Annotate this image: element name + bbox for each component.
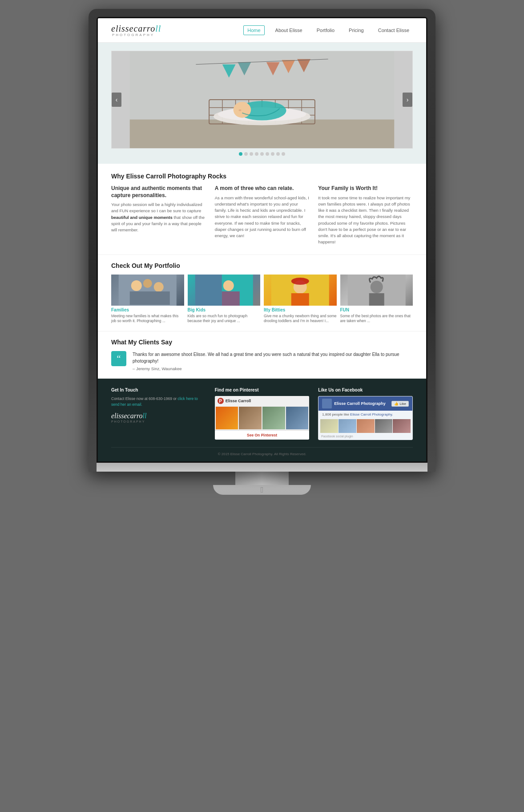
fb-photo-2 <box>339 419 356 433</box>
footer-col-2-title: Find me on Pinterest <box>215 388 310 392</box>
svg-rect-38 <box>369 293 384 306</box>
footer-logo-ll: ll <box>143 412 147 420</box>
footer-logo-sub: PHOTOGRAPHY <box>111 420 206 423</box>
pinterest-header: P Elisse Carroll <box>215 396 310 406</box>
logo: elissecarroll <box>111 24 161 34</box>
testimonial-title: What My Clients Say <box>111 339 413 346</box>
fb-photo-4 <box>375 419 393 433</box>
why-col-3-title: Your Family is Worth It! <box>318 185 413 192</box>
slider-dots <box>111 152 413 156</box>
footer-logo: elissecarroll <box>111 412 206 420</box>
monitor-bezel: elissecarroll PHOTOGRAPHY Home About Eli… <box>89 9 435 472</box>
stand-neck <box>235 472 289 485</box>
logo-elisse: elisse <box>111 24 133 33</box>
pinterest-icon: P <box>218 398 224 404</box>
footer-divider <box>111 447 413 448</box>
monitor-bottom-bar <box>97 463 427 472</box>
dot-7[interactable] <box>271 152 274 156</box>
portfolio-desc-ittybitties: Give me a chunky newborn thing and some … <box>264 314 337 324</box>
fb-photos-grid <box>318 418 412 434</box>
apple-logo-icon:  <box>261 486 264 494</box>
logo-area: elissecarroll PHOTOGRAPHY <box>111 24 161 37</box>
dot-9[interactable] <box>282 152 285 156</box>
facebook-widget: Elisse Carroll Photography 👍 Like 1,806 … <box>318 396 413 440</box>
svg-rect-34 <box>291 293 309 306</box>
fb-photo-3 <box>357 419 375 433</box>
pinterest-grid <box>215 406 310 430</box>
fb-count-link[interactable]: Elisse Carroll Photography. <box>350 412 393 416</box>
stand-base:  <box>213 485 311 495</box>
portfolio-item-families[interactable]: Families Meeting new families is what ma… <box>111 275 184 324</box>
fb-like-label: Like <box>399 402 406 406</box>
why-col-1-title: Unique and authentic moments that captur… <box>111 185 206 199</box>
svg-point-35 <box>291 278 309 285</box>
testimonial-author: – Jeremy Sinz, Waunakee <box>133 366 413 371</box>
portfolio-section: Check Out My Portfolio <box>98 255 426 332</box>
dot-4[interactable] <box>255 152 258 156</box>
portfolio-cat-fun: FUN <box>340 307 413 312</box>
portfolio-thumb-bigkids <box>188 275 261 306</box>
dot-6[interactable] <box>266 152 269 156</box>
portfolio-thumb-ittybitties <box>264 275 337 306</box>
dot-1[interactable] <box>239 152 242 156</box>
portfolio-item-ittybitties[interactable]: Itty Bitties Give me a chunky newborn th… <box>264 275 337 324</box>
pin-3 <box>262 407 285 429</box>
footer-logo-text: elissecarroll <box>111 412 146 420</box>
svg-point-22 <box>238 109 241 111</box>
portfolio-thumb-families <box>111 275 184 306</box>
portfolio-grid: Families Meeting new families is what ma… <box>111 275 413 324</box>
fb-avatar <box>322 399 332 408</box>
fb-plugin-text: Facebook social plugin <box>318 434 412 440</box>
dot-2[interactable] <box>244 152 248 156</box>
dot-3[interactable] <box>250 152 253 156</box>
quote-icon: “ <box>111 351 126 366</box>
site-header: elissecarroll PHOTOGRAPHY Home About Eli… <box>98 18 426 43</box>
nav-about[interactable]: About Elisse <box>272 26 306 35</box>
hero-image <box>112 51 412 148</box>
nav-home[interactable]: Home <box>243 25 264 35</box>
why-col-3: Your Family is Worth It! It took me some… <box>318 185 413 246</box>
svg-point-25 <box>143 279 152 288</box>
footer-top: Get In Touch Contact Elisse now at 608-6… <box>111 388 413 440</box>
why-col-3-text: It took me some time to realize how impo… <box>318 195 413 246</box>
testimonial-content: Thanks for an awesome shoot Elisse. We a… <box>133 351 413 371</box>
website: elissecarroll PHOTOGRAPHY Home About Eli… <box>98 18 426 461</box>
footer-col-3-title: Like Us on Facebook <box>318 388 413 392</box>
fb-like-button[interactable]: 👍 Like <box>391 401 409 407</box>
pinterest-see-btn[interactable]: See On Pinterest <box>215 430 310 440</box>
pinterest-widget: P Elisse Carroll See On Pinterest <box>215 396 310 440</box>
dot-8[interactable] <box>276 152 280 156</box>
fb-like-icon: 👍 <box>394 402 399 406</box>
testimonial-quote: Thanks for an awesome shoot Elisse. We a… <box>133 351 413 364</box>
hero-section: ‹ <box>98 43 426 164</box>
footer-contact-intro: Contact Elisse now at 608-630-1969 or <box>111 396 177 401</box>
portfolio-cat-families: Families <box>111 307 184 312</box>
footer-col-2: Find me on Pinterest P Elisse Carroll <box>215 388 310 440</box>
svg-point-37 <box>370 281 383 293</box>
portfolio-item-bigkids[interactable]: Big Kids Kids are so much fun to photogr… <box>188 275 261 324</box>
testimonial-box: “ Thanks for an awesome shoot Elisse. We… <box>111 351 413 371</box>
dot-5[interactable] <box>260 152 264 156</box>
portfolio-desc-families: Meeting new families is what makes this … <box>111 314 184 324</box>
pin-4 <box>286 407 309 429</box>
nav-pricing[interactable]: Pricing <box>345 26 367 35</box>
site-nav: Home About Elisse Portfolio Pricing Cont… <box>243 25 413 35</box>
monitor-container: elissecarroll PHOTOGRAPHY Home About Eli… <box>89 9 435 495</box>
slider-arrow-right[interactable]: › <box>403 93 412 107</box>
slider-arrow-left[interactable]: ‹ <box>112 93 121 107</box>
fb-header: Elisse Carroll Photography 👍 Like <box>318 396 412 411</box>
svg-rect-29 <box>195 275 222 306</box>
fb-name: Elisse Carroll Photography <box>334 401 386 406</box>
footer-col-1: Get In Touch Contact Elisse now at 608-6… <box>111 388 206 440</box>
nav-portfolio[interactable]: Portfolio <box>313 26 338 35</box>
svg-rect-27 <box>130 291 170 305</box>
portfolio-cat-bigkids: Big Kids <box>188 307 261 312</box>
why-col-1-text: Your photo session will be a highly indi… <box>111 202 206 233</box>
portfolio-item-fun[interactable]: FUN Some of the best photos are the ones… <box>340 275 413 324</box>
svg-point-26 <box>154 282 164 292</box>
footer-col-3: Like Us on Facebook Elisse Carroll Photo… <box>318 388 413 440</box>
svg-point-24 <box>131 280 142 291</box>
svg-point-21 <box>234 102 251 118</box>
slider-wrapper: ‹ <box>111 51 413 149</box>
nav-contact[interactable]: Contact Elisse <box>375 26 413 35</box>
